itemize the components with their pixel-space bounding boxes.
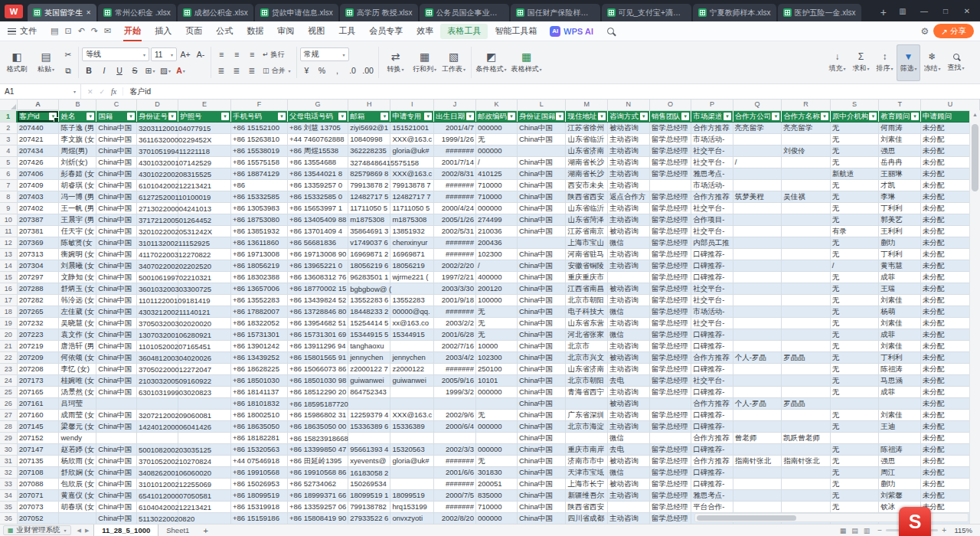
cell-K33[interactable]: 200051 (475, 479, 517, 490)
currency-format-button[interactable]: ¥ (300, 64, 314, 77)
cell-N28[interactable]: 主动咨询 (608, 421, 650, 433)
cell-A18[interactable]: 207265 (17, 306, 59, 318)
cell-O34[interactable]: 留学总经理 (649, 490, 691, 502)
cell-M6[interactable]: 湖南省长沙 (566, 168, 608, 180)
cell-P4[interactable]: 社交平台- (691, 145, 733, 157)
cell-N31[interactable]: 被动咨询 (608, 456, 650, 467)
cell-K5[interactable]: / (475, 157, 517, 168)
col-header-B[interactable]: B (59, 100, 96, 110)
cell-B14[interactable]: 刘晨曦 (女 (59, 260, 96, 272)
cell-P20[interactable]: 口碑推荐- (691, 329, 733, 341)
cell-G35[interactable]: +86 13359257 06 (287, 502, 348, 513)
rows-columns-button[interactable]: ▦ 行和列▾ (411, 44, 439, 81)
header-cell-N1[interactable]: 咨询方式▼ (608, 110, 650, 123)
cell-C5[interactable]: China中国 (96, 157, 137, 168)
cell-M24[interactable]: 北京市朝阳 (566, 375, 608, 387)
cell-J32[interactable]: 2001/6/6 (434, 467, 476, 479)
row-header-25[interactable]: 25 (0, 387, 17, 398)
filter-dropdown-icon[interactable]: ▼ (508, 113, 515, 120)
share-button[interactable]: ↗ 分享 (933, 24, 974, 38)
cell-M27[interactable]: 广东省深圳 (566, 410, 608, 421)
cell-N29[interactable]: 微信 (608, 433, 650, 444)
cell-M10[interactable]: 山东省菏泽 (566, 214, 608, 226)
cell-N2[interactable]: 被动咨询 (608, 123, 650, 134)
cell-L36[interactable]: China中国 (517, 513, 566, 525)
cell-H31[interactable]: xyevents@ (348, 456, 390, 467)
header-cell-A1[interactable]: 客户id▼ (17, 110, 59, 123)
cell-P27[interactable]: 口碑推荐- (691, 410, 733, 421)
menu-item-开始[interactable]: 开始 (117, 21, 148, 41)
cell-H6[interactable]: 82579869 8 (348, 168, 390, 180)
header-cell-P1[interactable]: 市场渠道▼ (691, 110, 733, 123)
row-header-26[interactable]: 26 (0, 398, 17, 410)
col-header-S[interactable]: S (830, 100, 879, 110)
cell-K10[interactable]: 274499 (475, 214, 517, 226)
cell-I32[interactable] (390, 467, 434, 479)
cell-O28[interactable]: 留学总经理 (649, 421, 691, 433)
filter-dropdown-icon[interactable]: ▼ (911, 113, 919, 120)
cell-O35[interactable]: 留学总经理 (649, 502, 691, 513)
row-header-32[interactable]: 32 (0, 467, 17, 479)
sheet-tab-11_28_5_1000[interactable]: 11_28_5_1000 (93, 525, 158, 536)
row-header-30[interactable]: 30 (0, 444, 17, 456)
cell-Q26[interactable]: 个人-罗晶 (733, 398, 782, 410)
cell-C28[interactable]: China中国 (96, 421, 137, 433)
row-header-4[interactable]: 4 (0, 145, 17, 157)
cell-M34[interactable]: 新疆维吾尔 (566, 490, 608, 502)
page-break-icon[interactable]: ▥ (864, 527, 871, 534)
search-icon[interactable] (607, 28, 614, 34)
wps-ai-button[interactable]: AI WPS AI (544, 26, 599, 37)
header-cell-T1[interactable]: 教育顾问▼ (879, 110, 921, 123)
cell-T6[interactable]: 王丽琳 (879, 168, 921, 180)
cell-R16[interactable] (782, 283, 831, 295)
page-layout-icon[interactable]: ▤ (851, 527, 858, 534)
cell-D22[interactable]: 360481200304020026 (136, 352, 178, 364)
cell-B13[interactable]: 衡婉明 (女 (59, 249, 96, 260)
filter-dropdown-icon[interactable]: ▼ (821, 113, 828, 120)
cell-A19[interactable]: 207232 (17, 318, 59, 329)
cell-L5[interactable]: China中国 (517, 157, 566, 168)
cell-A16[interactable]: 207288 (17, 283, 59, 295)
bold-button[interactable]: B (82, 64, 96, 77)
cell-O7[interactable] (649, 180, 691, 191)
cell-F7[interactable]: +86 (230, 180, 287, 191)
cell-C33[interactable]: China中国 (96, 479, 137, 490)
sogou-input-icon[interactable]: S (899, 507, 931, 536)
cell-N9[interactable]: 主动咨询 (608, 203, 650, 214)
horizontal-scroll-thumb[interactable] (697, 515, 796, 521)
cell-F9[interactable]: +86 13053983 (230, 203, 287, 214)
cell-R9[interactable] (782, 203, 831, 214)
filter-dropdown-icon[interactable]: ▼ (49, 113, 57, 120)
file-tab[interactable]: 英国留学生✕ (28, 4, 96, 21)
menu-item-公式[interactable]: 公式 (209, 21, 240, 41)
cell-S21[interactable]: 无 (830, 341, 879, 352)
cell-M7[interactable]: 西安市未央 (566, 180, 608, 191)
cell-B25[interactable]: 汤景然 (女 (59, 387, 96, 398)
cell-N33[interactable]: 被动咨询 (608, 479, 650, 490)
cell-A4[interactable]: 207434 (17, 145, 59, 157)
cell-H24[interactable]: guiwanwei (348, 375, 390, 387)
cell-S32[interactable]: 无 (830, 467, 879, 479)
cell-C22[interactable]: China中国 (96, 352, 137, 364)
cell-Q17[interactable] (733, 295, 782, 306)
cell-C29[interactable] (96, 433, 137, 444)
cell-C8[interactable]: China中国 (96, 191, 137, 203)
cell-M8[interactable]: 陕西省西安 (566, 191, 608, 203)
file-tab[interactable]: 成都公积金.xlsx (178, 4, 253, 21)
cell-C20[interactable]: China中国 (96, 329, 137, 341)
cell-K20[interactable]: 无 (475, 329, 517, 341)
header-cell-H1[interactable]: 邮箱▼ (348, 110, 390, 123)
cell-C11[interactable]: China中国 (96, 226, 137, 237)
filter-dropdown-icon[interactable]: ▼ (640, 113, 648, 120)
cell-G14[interactable]: +86 13965221 0 (287, 260, 348, 272)
cell-I27[interactable]: XXX@163.c (390, 410, 434, 421)
menu-item-智能工具箱[interactable]: 智能工具箱 (488, 21, 544, 41)
cell-N24[interactable]: 去电 (608, 375, 650, 387)
italic-button[interactable]: I (97, 64, 111, 77)
cell-B23[interactable]: 李忆 (女) (59, 364, 96, 375)
cell-N16[interactable]: 被动咨询 (608, 283, 650, 295)
cell-N3[interactable]: 主动咨询 (608, 134, 650, 145)
file-tab[interactable]: 常州公积金 .xlsx (98, 4, 176, 21)
cell-D26[interactable] (136, 398, 178, 410)
header-cell-E1[interactable]: 护照号▼ (178, 110, 230, 123)
